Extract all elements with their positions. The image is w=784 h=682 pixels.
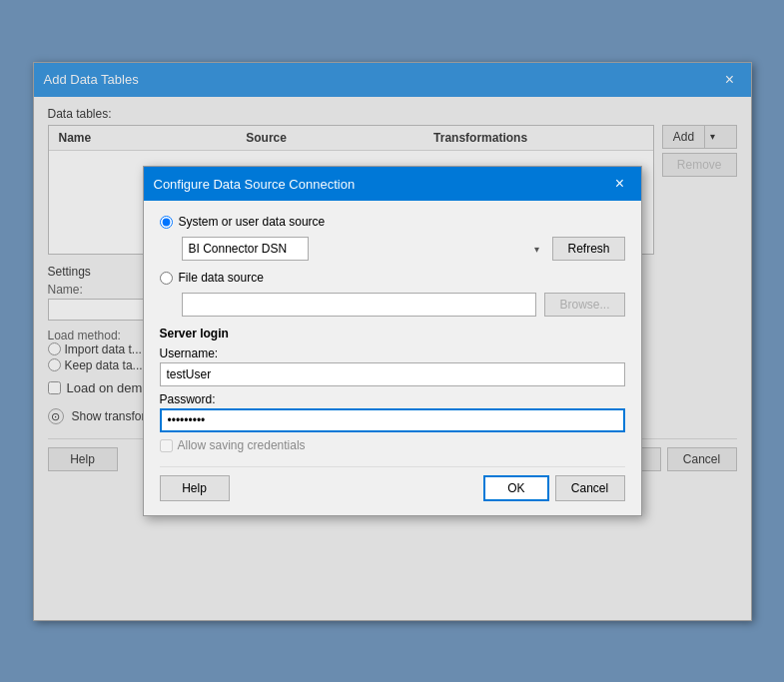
add-data-tables-dialog: Add Data Tables × Data tables: Name Sour… (33, 62, 752, 621)
username-label: Username: (160, 346, 625, 360)
allow-credentials-label: Allow saving credentials (178, 438, 306, 452)
dsn-select[interactable]: BI Connector DSN (182, 237, 309, 261)
inner-close-button[interactable]: × (609, 173, 631, 195)
inner-right-buttons: OK Cancel (483, 475, 624, 501)
file-input-row: Browse... (182, 293, 625, 317)
dsn-row: BI Connector DSN ▾ Refresh (182, 237, 625, 261)
inner-bottom-buttons: Help OK Cancel (160, 466, 625, 501)
file-path-input[interactable] (182, 293, 537, 317)
file-source-row: File data source (160, 271, 625, 285)
allow-credentials-checkbox[interactable] (160, 439, 173, 452)
browse-button[interactable]: Browse... (544, 293, 624, 317)
inner-dialog-body: System or user data source BI Connector … (144, 201, 641, 515)
inner-cancel-button[interactable]: Cancel (555, 475, 625, 501)
username-field: Username: (160, 346, 625, 386)
system-source-label: System or user data source (179, 215, 326, 229)
username-input[interactable] (160, 362, 625, 386)
inner-dialog-overlay: Configure Data Source Connection × Syste… (34, 63, 751, 620)
file-source-label: File data source (179, 271, 264, 285)
inner-dialog-title: Configure Data Source Connection (154, 177, 356, 192)
inner-titlebar: Configure Data Source Connection × (144, 167, 641, 201)
inner-help-button[interactable]: Help (160, 475, 230, 501)
server-login-section: Server login Username: Password: Allow s… (160, 327, 625, 452)
refresh-button[interactable]: Refresh (552, 237, 624, 261)
allow-credentials-row: Allow saving credentials (160, 438, 625, 452)
system-source-row: System or user data source (160, 215, 625, 229)
dsn-select-wrapper: BI Connector DSN ▾ (182, 237, 545, 261)
password-field: Password: (160, 392, 625, 432)
file-source-radio[interactable] (160, 272, 173, 285)
system-source-radio[interactable] (160, 216, 173, 229)
server-login-label: Server login (160, 327, 625, 341)
inner-ok-button[interactable]: OK (483, 475, 548, 501)
dropdown-arrow-icon: ▾ (534, 244, 539, 255)
password-input[interactable] (160, 408, 625, 432)
password-label: Password: (160, 392, 625, 406)
file-row: Browse... (182, 293, 625, 317)
configure-datasource-dialog: Configure Data Source Connection × Syste… (143, 166, 642, 516)
